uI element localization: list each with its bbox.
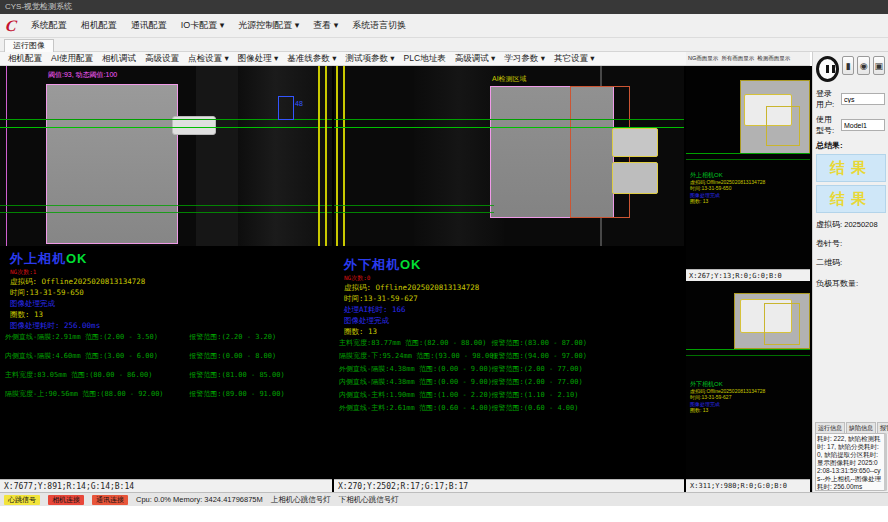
alarm-range: 报警范围:(94.00 - 97.00): [492, 351, 587, 361]
tool-plc-address[interactable]: PLC地址表: [404, 53, 446, 65]
tool-camera-debug[interactable]: 相机调试: [102, 53, 136, 65]
window-titlebar: CYS-视觉检测系统: [0, 0, 888, 14]
left-material-slab: [46, 84, 178, 244]
camera-lens-button[interactable]: ◉: [857, 56, 869, 75]
left-camera-title: 外上相机OK: [10, 250, 145, 268]
virtual-code-label: 虚拟码:: [816, 219, 842, 230]
middle-virtual-code: 虚拟码: Offline2025020813134728: [344, 282, 479, 293]
left-blue-marker-label: 48: [295, 100, 303, 107]
upper-camera-heartbeat-label: 上相机心跳信号灯: [271, 495, 331, 505]
middle-camera-name: 外下相机: [344, 257, 400, 272]
alarm-range: 报警范围:(2.00 - 77.00): [492, 364, 583, 374]
measurement-row: 外侧直线-隔膜:4.38mm 范围:(0.00 - 9.00) 报警范围:(2.…: [334, 364, 684, 377]
cpu-memory-status: Cpu: 0.0% Memory: 3424.41796875M: [136, 495, 263, 504]
right-sidebar: ▮ ◉ ▣ 登录用户: 使用型号: 总结果: 结果 结果 虚拟码: 202502…: [812, 52, 888, 492]
status-bar: 心跳信号 相机连接 通讯连接 Cpu: 0.0% Memory: 3424.41…: [0, 492, 888, 506]
left-virtual-code: 虚拟码: Offline2025020813134728: [10, 276, 145, 287]
menu-language-switch[interactable]: 系统语言切换: [352, 19, 406, 32]
thumb-tab-strip: NG画面显示 所有画面显示 检测画面显示: [686, 52, 810, 66]
menu-view[interactable]: 查看 ▾: [313, 19, 338, 32]
menu-comm-config[interactable]: 通讯配置: [131, 19, 167, 32]
left-green-line-3: [0, 205, 332, 206]
middle-time: 时间:13-31-59-627: [344, 293, 479, 304]
camera-connect-badge: 相机连接: [48, 495, 84, 505]
alarm-range: 报警范围:(0.60 - 4.00): [492, 403, 579, 413]
tool-image-processing[interactable]: 图像处理 ▾: [238, 53, 279, 65]
left-measurements: 外侧直线-隔膜:2.91mm 范围:(2.00 - 3.50) 报警范围:(2.…: [0, 332, 332, 408]
tool-learning-params[interactable]: 学习参数 ▾: [504, 53, 545, 65]
middle-ng-count: NG次数:0: [344, 274, 479, 282]
pause-button[interactable]: [816, 56, 839, 82]
measurement-row: 内侧直线-隔膜:4.60mm 范围:(3.00 - 6.00) 报警范围:(0.…: [0, 351, 332, 370]
left-overlay-info: 外上相机OK NG次数:1 虚拟码: Offline20250208131347…: [10, 250, 145, 331]
middle-process-done: 图像处理完成: [344, 315, 479, 326]
camera-capture-button[interactable]: ▮: [842, 56, 854, 75]
menu-system-config[interactable]: 系统配置: [31, 19, 67, 32]
thumb-tab-detect[interactable]: 检测画面显示: [757, 55, 790, 62]
tool-test-params[interactable]: 测试项参数 ▾: [345, 53, 394, 65]
menu-light-config[interactable]: 光源控制配置 ▾: [238, 19, 299, 32]
thumb-tab-ng[interactable]: NG画面显示: [688, 55, 718, 62]
thumbnail-bottom-camera[interactable]: 外下相机OK 虚拟码:Offline2025020813134728 时间:13…: [686, 281, 810, 479]
measurement-row: 内侧直线-主料:1.90mm 范围:(1.00 - 2.20) 报警范围:(1.…: [334, 390, 684, 403]
main-area: 48 阈值:93, 动态阈值:100 外上相机OK NG次数:1 虚拟码: Of…: [0, 66, 812, 492]
left-camera-view: 48 阈值:93, 动态阈值:100 外上相机OK NG次数:1 虚拟码: Of…: [0, 66, 332, 492]
left-yellow-line-2: [325, 66, 327, 246]
measurement-text: 隔膜宽度-下:95.24mm 范围:(93.00 - 98.00): [339, 351, 498, 361]
tab-run-image[interactable]: 运行图像: [4, 39, 54, 53]
login-user-label: 登录用户:: [816, 88, 839, 110]
save-image-button[interactable]: ▣: [873, 56, 885, 75]
left-yellow-line-1: [318, 66, 320, 246]
mid-tab-blob-1: [612, 128, 658, 157]
menu-camera-config[interactable]: 相机配置: [81, 19, 117, 32]
comm-connect-badge: 通讯连接: [92, 495, 128, 505]
login-user-input[interactable]: [841, 93, 885, 105]
lower-camera-heartbeat-label: 下相机心跳信号灯: [339, 495, 399, 505]
run-log-text: 耗时: 222, 缺陷检测耗时: 17, 缺陷分类耗时: 0, 缺陷提取分区耗时…: [815, 433, 885, 491]
tool-camera-config[interactable]: 相机配置: [8, 53, 42, 65]
left-process-done: 图像处理完成: [10, 298, 145, 309]
left-loop-count: 圈数: 13: [10, 309, 145, 320]
pause-icon: [832, 65, 835, 73]
tool-spot-check[interactable]: 点检设置 ▾: [188, 53, 229, 65]
mid-green-line-2: [334, 127, 684, 128]
virtual-code-value: 20250208: [844, 220, 877, 229]
thumb1-roi: [766, 106, 800, 146]
left-green-line-4: [0, 212, 332, 213]
tool-baseline-params[interactable]: 基准线参数 ▾: [287, 53, 336, 65]
mid-green-line-1: [334, 119, 684, 120]
alarm-range: 报警范围:(89.00 - 91.00): [189, 389, 284, 399]
tool-ai-use-config[interactable]: AI使用配置: [51, 53, 93, 65]
left-edge-line: [6, 66, 7, 246]
measurement-text: 主料宽度:83.77mm 范围:(82.00 - 88.00): [339, 338, 486, 348]
log-scrollbar[interactable]: [884, 433, 887, 491]
qr-code-label: 二维码:: [816, 257, 842, 268]
tool-advanced-debug[interactable]: 高级调试 ▾: [455, 53, 496, 65]
tool-other-settings[interactable]: 其它设置 ▾: [554, 53, 595, 65]
window-title: CYS-视觉检测系统: [5, 2, 72, 11]
middle-camera-image[interactable]: AI检测区域: [334, 66, 684, 246]
result-box-top: 结果: [816, 154, 886, 182]
left-camera-name: 外上相机: [10, 251, 66, 266]
left-process-time: 图像处理耗时: 256.00ms: [10, 320, 145, 331]
thumb-tab-all[interactable]: 所有画面显示: [721, 55, 754, 62]
mid-green-line-4: [334, 212, 494, 213]
model-input[interactable]: [841, 119, 885, 131]
tool-advanced-settings[interactable]: 高级设置: [145, 53, 179, 65]
measurement-text: 内侧直线-主料:1.90mm 范围:(1.00 - 2.20): [339, 390, 492, 400]
mid-green-line-3: [334, 205, 494, 206]
thumbnail-top-camera[interactable]: 外上相机OK 虚拟码:Offline2025020813134728 时间:13…: [686, 66, 810, 269]
measurement-text: 外侧直线-隔膜:2.91mm 范围:(2.00 - 3.50): [5, 332, 158, 342]
capture-icon: ▮: [846, 61, 851, 71]
mid-ai-region-label: AI检测区域: [492, 74, 527, 84]
measurement-row: 隔膜宽度-下:95.24mm 范围:(93.00 - 98.00) 报警范围:(…: [334, 351, 684, 364]
thumb1-overlay: 外上相机OK 虚拟码:Offline2025020813134728 时间:13…: [690, 172, 765, 205]
measurement-text: 隔膜宽度-上:90.56mm 范围:(88.00 - 92.00): [5, 389, 164, 399]
left-camera-image[interactable]: 48 阈值:93, 动态阈值:100: [0, 66, 332, 246]
middle-overlay-info: 外下相机OK NG次数:0 虚拟码: Offline20250208131347…: [344, 256, 479, 337]
mid-tab-blob-2: [612, 162, 658, 194]
menu-bar: C 系统配置 相机配置 通讯配置 IO卡配置 ▾ 光源控制配置 ▾ 查看 ▾ 系…: [0, 14, 888, 38]
needle-number-label: 卷针号:: [816, 238, 842, 249]
thumb2-green-line-2: [686, 355, 810, 356]
menu-io-config[interactable]: IO卡配置 ▾: [181, 19, 225, 32]
